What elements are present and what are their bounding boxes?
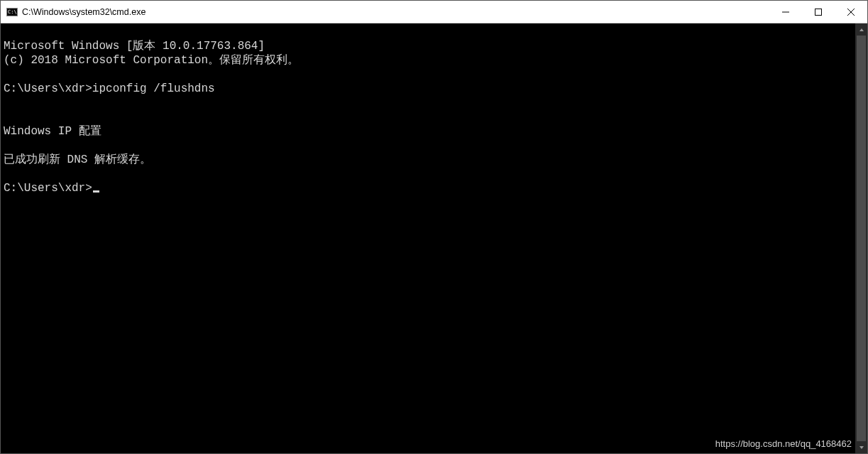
minimize-button[interactable] bbox=[769, 1, 802, 23]
svg-rect-3 bbox=[815, 9, 822, 15]
scroll-thumb[interactable] bbox=[857, 36, 866, 441]
cmd-window: C:\ C:\Windows\system32\cmd.exe Microsof… bbox=[0, 0, 868, 454]
console-line: 已成功刷新 DNS 解析缓存。 bbox=[4, 153, 151, 166]
console-line: Microsoft Windows [版本 10.0.17763.864] bbox=[4, 40, 265, 53]
close-button[interactable] bbox=[835, 1, 867, 23]
prompt: C:\Users\xdr> bbox=[4, 82, 92, 96]
text-cursor bbox=[93, 190, 99, 193]
svg-marker-6 bbox=[859, 28, 864, 31]
svg-marker-7 bbox=[859, 446, 864, 449]
client-area: Microsoft Windows [版本 10.0.17763.864] (c… bbox=[1, 23, 867, 453]
typed-command: ipconfig /flushdns bbox=[92, 82, 215, 96]
window-controls bbox=[769, 1, 867, 23]
scroll-up-arrow[interactable] bbox=[855, 23, 867, 36]
scroll-down-arrow[interactable] bbox=[855, 441, 867, 453]
vertical-scrollbar[interactable] bbox=[855, 23, 867, 453]
console-line: (c) 2018 Microsoft Corporation。保留所有权利。 bbox=[4, 54, 299, 67]
console-line: Windows IP 配置 bbox=[4, 125, 101, 138]
cmd-icon: C:\ bbox=[6, 6, 18, 18]
titlebar[interactable]: C:\ C:\Windows\system32\cmd.exe bbox=[1, 1, 867, 23]
svg-text:C:\: C:\ bbox=[8, 9, 17, 15]
maximize-button[interactable] bbox=[802, 1, 835, 23]
prompt: C:\Users\xdr> bbox=[4, 181, 92, 195]
console-output[interactable]: Microsoft Windows [版本 10.0.17763.864] (c… bbox=[1, 23, 855, 453]
scroll-track[interactable] bbox=[855, 36, 867, 441]
window-title: C:\Windows\system32\cmd.exe bbox=[22, 7, 145, 17]
